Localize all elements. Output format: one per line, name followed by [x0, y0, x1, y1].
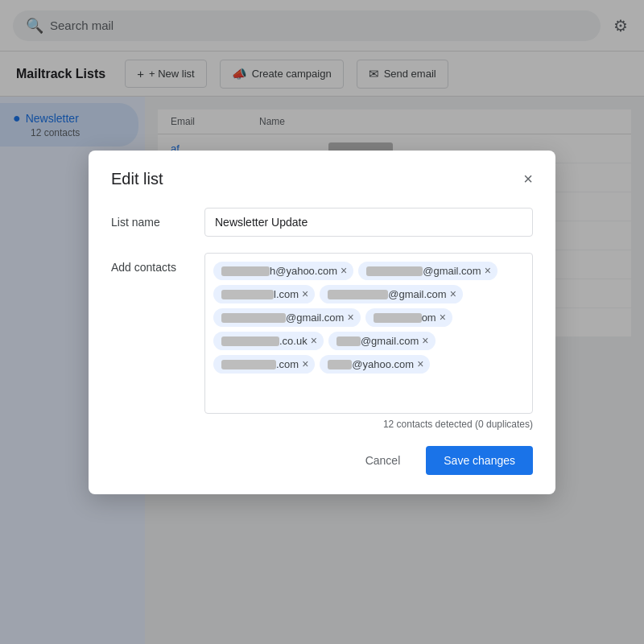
- contact-tag: @gmail.com ×: [328, 332, 436, 350]
- remove-contact-icon[interactable]: ×: [440, 312, 446, 323]
- contact-tag-text: @gmail.com: [366, 265, 481, 277]
- remove-contact-icon[interactable]: ×: [302, 358, 308, 369]
- contact-tag: @gmail.com ×: [358, 262, 497, 280]
- blurred-prefix: [221, 360, 276, 369]
- contacts-field: h@yahoo.com × @gmail.com × l: [204, 253, 533, 430]
- dialog-close-button[interactable]: ×: [523, 171, 533, 187]
- contact-tag: h@yahoo.com ×: [213, 262, 353, 280]
- contact-tag-text: @yahoo.com: [328, 358, 414, 370]
- remove-contact-icon[interactable]: ×: [417, 358, 423, 369]
- remove-contact-icon[interactable]: ×: [341, 265, 347, 276]
- list-name-row: List name: [111, 208, 533, 237]
- contact-tag: .com ×: [213, 355, 315, 374]
- add-contacts-label: Add contacts: [111, 253, 192, 274]
- blurred-prefix: [366, 266, 423, 276]
- dialog-footer: Cancel Save changes: [111, 446, 533, 475]
- remove-contact-icon[interactable]: ×: [311, 335, 317, 346]
- contact-tag: l.com ×: [213, 285, 315, 303]
- edit-list-dialog: Edit list × List name Add contacts h@yah…: [89, 151, 555, 494]
- dialog-title: Edit list: [111, 170, 163, 188]
- contact-tag-text: om: [374, 312, 436, 324]
- dialog-header: Edit list ×: [111, 170, 533, 188]
- contact-tag-text: @gmail.com: [221, 312, 344, 324]
- contact-tag-text: l.com: [221, 288, 299, 300]
- list-name-input[interactable]: [204, 208, 533, 237]
- contact-tag-text: .co.uk: [221, 335, 308, 347]
- contact-tag: .co.uk ×: [213, 332, 324, 350]
- contact-tag-text: @gmail.com: [328, 288, 446, 300]
- blurred-prefix: [328, 290, 388, 299]
- modal-overlay: Edit list × List name Add contacts h@yah…: [0, 0, 644, 644]
- remove-contact-icon[interactable]: ×: [485, 265, 491, 276]
- blurred-prefix: [374, 313, 422, 323]
- contacts-hint: 12 contacts detected (0 duplicates): [204, 419, 533, 430]
- blurred-prefix: [328, 360, 352, 369]
- blurred-prefix: [336, 336, 361, 346]
- contact-tag-text: @gmail.com: [336, 335, 419, 347]
- list-name-label: List name: [111, 208, 192, 229]
- remove-contact-icon[interactable]: ×: [347, 312, 353, 323]
- contact-tag: @gmail.com ×: [320, 285, 463, 303]
- blurred-prefix: [221, 266, 270, 276]
- blurred-prefix: [221, 313, 286, 323]
- contact-tag: om ×: [365, 308, 452, 327]
- blurred-prefix: [221, 290, 274, 299]
- contacts-box[interactable]: h@yahoo.com × @gmail.com × l: [204, 253, 533, 414]
- remove-contact-icon[interactable]: ×: [450, 288, 456, 299]
- add-contacts-row: Add contacts h@yahoo.com × @gmail.com: [111, 253, 533, 430]
- contact-tag: @yahoo.com ×: [320, 355, 430, 374]
- contact-tag-text: h@yahoo.com: [221, 265, 337, 277]
- list-name-field: [204, 208, 533, 237]
- remove-contact-icon[interactable]: ×: [302, 288, 308, 299]
- blurred-prefix: [221, 336, 279, 346]
- contact-tag: @gmail.com ×: [213, 308, 361, 327]
- remove-contact-icon[interactable]: ×: [422, 335, 428, 346]
- contact-tag-text: .com: [221, 358, 299, 370]
- cancel-button[interactable]: Cancel: [349, 446, 417, 475]
- save-changes-button[interactable]: Save changes: [426, 446, 533, 475]
